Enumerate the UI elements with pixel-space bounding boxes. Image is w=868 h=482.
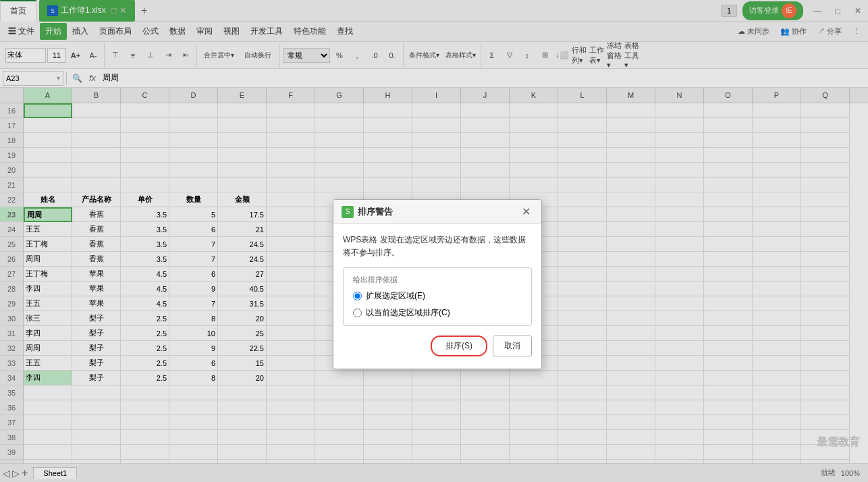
radio-group: 扩展选定区域(E) 以当前选定区域排序(C) — [353, 290, 522, 319]
sort-confirm-button[interactable]: 排序(S) — [431, 336, 487, 356]
sort-warning-dialog: S 排序警告 ✕ WPS表格 发现在选定区域旁边还有数据，这些数据将不参与排序。… — [333, 199, 542, 369]
dialog-footer: 排序(S) 取消 — [343, 336, 532, 359]
dialog-body: WPS表格 发现在选定区域旁边还有数据，这些数据将不参与排序。 给出排序依据 扩… — [333, 224, 541, 369]
radio-current-label[interactable]: 以当前选定区域排序(C) — [353, 307, 522, 319]
dialog-sort-basis-section: 给出排序依据 扩展选定区域(E) 以当前选定区域排序(C) — [343, 267, 532, 326]
dialog-title-text: 排序警告 — [358, 206, 519, 218]
dialog-close-button[interactable]: ✕ — [519, 205, 533, 218]
radio-expand-input[interactable] — [353, 292, 362, 300]
dialog-section-title: 给出排序依据 — [353, 275, 522, 285]
dialog-overlay: S 排序警告 ✕ WPS表格 发现在选定区域旁边还有数据，这些数据将不参与排序。… — [0, 0, 868, 482]
radio-current-text: 以当前选定区域排序(C) — [366, 307, 450, 319]
dialog-title-bar: S 排序警告 ✕ — [333, 200, 541, 224]
radio-expand-text: 扩展选定区域(E) — [366, 290, 425, 302]
sort-cancel-button[interactable]: 取消 — [493, 336, 532, 356]
radio-expand-label[interactable]: 扩展选定区域(E) — [353, 290, 522, 302]
dialog-message: WPS表格 发现在选定区域旁边还有数据，这些数据将不参与排序。 — [343, 234, 532, 259]
dialog-title-icon: S — [342, 206, 354, 218]
radio-current-input[interactable] — [353, 309, 362, 317]
